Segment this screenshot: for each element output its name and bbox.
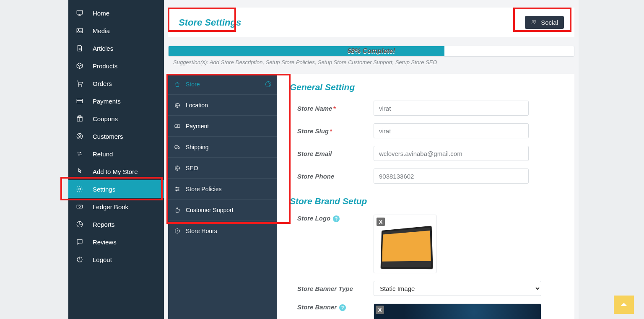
label-store-logo: Store Logo? [290,215,374,222]
row-store-banner: Store Banner? X [290,303,562,319]
chevron-up-icon [619,300,628,309]
label-store-phone: Store Phone [290,173,374,180]
sidebar-item-add-to-store[interactable]: Add to My Store [68,163,164,180]
svg-point-18 [177,125,178,127]
svg-point-15 [535,20,536,22]
sub-item-seo[interactable]: SEO [168,158,277,179]
row-store-name: Store Name* [290,101,562,116]
settings-form: General Setting Store Name* Store Slug* … [277,74,574,319]
settings-body: Store Location Payment Shipping SEO [168,74,574,319]
chart-icon [76,220,83,228]
bag-icon [174,81,181,88]
label-store-name: Store Name* [290,105,374,112]
input-store-name[interactable] [374,101,529,116]
sidebar-item-reports[interactable]: Reports [68,215,164,233]
collapse-icon [265,81,271,87]
required-mark: * [330,127,332,135]
pointer-icon [76,168,83,175]
sub-item-hours[interactable]: Store Hours [168,220,277,241]
sidebar-item-articles[interactable]: Articles [68,39,164,57]
sub-item-payment[interactable]: Payment [168,116,277,137]
sub-item-label: Store [186,81,200,88]
progress-bar: 68% Complete! [168,46,574,57]
scroll-to-top-button[interactable] [614,296,634,314]
sidebar-item-products[interactable]: Products [68,57,164,75]
sub-item-policies[interactable]: Store Policies [168,179,277,200]
svg-point-4 [81,86,82,86]
svg-rect-17 [175,124,180,127]
image-icon [76,27,83,34]
svg-point-9 [79,188,81,190]
sub-item-shipping[interactable]: Shipping [168,137,277,158]
cart-icon [76,80,83,87]
sidebar-item-label: Logout [93,256,112,263]
money-icon [76,203,83,210]
sidebar-item-label: Reviews [93,239,117,246]
help-icon[interactable]: ? [333,215,340,222]
sidebar-item-label: Settings [93,186,115,193]
label-store-slug: Store Slug* [290,127,374,135]
cash-icon [174,123,181,130]
input-store-email[interactable] [374,146,529,161]
sidebar-item-media[interactable]: Media [68,22,164,39]
logo-preview[interactable]: X [374,215,436,273]
social-button-label: Social [541,19,558,26]
row-banner-type: Store Banner Type Static Image [290,281,562,296]
card-icon [76,97,83,105]
globe-icon [174,102,181,109]
sidebar-item-customers[interactable]: Customers [68,127,164,145]
sidebar-item-label: Articles [93,45,113,52]
sub-item-label: Location [186,102,208,109]
user-icon [76,132,83,140]
sidebar-item-orders[interactable]: Orders [68,75,164,92]
svg-point-19 [176,148,177,149]
svg-point-14 [532,20,534,22]
gift-icon [76,115,83,122]
sidebar-item-label: Products [93,62,117,70]
sidebar-item-label: Refund [93,150,113,158]
social-button[interactable]: Social [525,16,564,29]
gear-icon [76,185,83,193]
sub-item-label: SEO [186,165,198,171]
thumbs-up-icon [174,207,181,213]
sidebar-item-label: Media [93,27,110,34]
svg-point-11 [79,206,80,207]
sidebar-item-label: Coupons [93,115,118,122]
sidebar-item-label: Orders [93,80,112,87]
sub-item-support[interactable]: Customer Support [168,200,277,220]
sub-item-store[interactable]: Store [168,74,277,95]
sidebar-item-logout[interactable]: Logout [68,251,164,268]
sidebar-item-settings[interactable]: Settings [68,180,164,198]
sidebar-item-reviews[interactable]: Reviews [68,233,164,251]
svg-point-3 [78,86,79,86]
input-store-phone[interactable] [374,169,529,184]
box-icon [76,62,83,70]
select-banner-type[interactable]: Static Image [374,281,541,296]
banner-preview[interactable]: X [374,303,541,319]
users-icon [531,19,538,26]
sub-item-location[interactable]: Location [168,95,277,116]
label-banner-type: Store Banner Type [290,285,374,292]
sidebar-item-coupons[interactable]: Coupons [68,110,164,127]
sidebar-item-home[interactable]: Home [68,4,164,22]
svg-rect-0 [77,10,83,14]
row-store-email: Store Email [290,146,562,161]
input-store-slug[interactable] [374,123,529,138]
sidebar-item-refund[interactable]: Refund [68,145,164,163]
remove-banner-button[interactable]: X [376,306,384,314]
logo-image [381,226,433,269]
chat-icon [76,238,83,246]
sidebar-item-ledger[interactable]: Ledger Book [68,198,164,215]
sub-item-label: Store Policies [186,186,222,192]
help-icon[interactable]: ? [339,304,346,311]
section-title-general: General Setting [290,82,562,92]
refresh-icon [76,150,83,158]
required-mark: * [333,105,335,112]
sidebar-item-payments[interactable]: Payments [68,92,164,110]
sidebar-item-label: Home [93,10,109,17]
truck-icon [174,144,181,150]
progress-section: 68% Complete! Suggestion(s): Add Store D… [168,46,574,65]
remove-logo-button[interactable]: X [377,218,385,226]
file-icon [76,44,83,52]
sidebar-item-label: Customers [93,133,123,140]
